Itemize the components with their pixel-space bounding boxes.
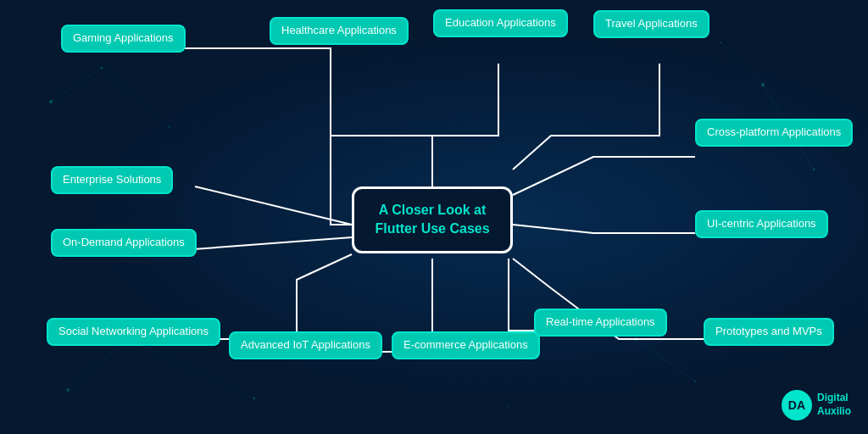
- prototypes-node: Prototypes and MVPs: [704, 318, 834, 346]
- logo-icon: DA: [782, 390, 812, 420]
- ecommerce-node: E-commerce Applications: [392, 331, 540, 359]
- education-node: Education Applications: [433, 9, 568, 37]
- gaming-node: Gaming Applications: [61, 25, 186, 53]
- uicentric-node: UI-centric Applications: [695, 210, 828, 238]
- socialnetworking-node: Social Networking Applications: [47, 318, 220, 346]
- enterprise-node: Enterprise Solutions: [51, 166, 173, 194]
- logo-text: Digital Auxilio: [817, 392, 851, 418]
- ondemand-node: On-Demand Applications: [51, 229, 197, 257]
- travel-node: Travel Applications: [593, 10, 709, 38]
- company-logo: DA Digital Auxilio: [782, 390, 851, 420]
- center-node: A Closer Look at Flutter Use Cases: [352, 186, 513, 253]
- advancediot-node: Advanced IoT Applications: [229, 331, 382, 359]
- crossplatform-node: Cross-platform Applications: [695, 119, 853, 147]
- realtime-node: Real-time Applications: [534, 309, 667, 337]
- healthcare-node: Healthcare Applications: [270, 17, 409, 45]
